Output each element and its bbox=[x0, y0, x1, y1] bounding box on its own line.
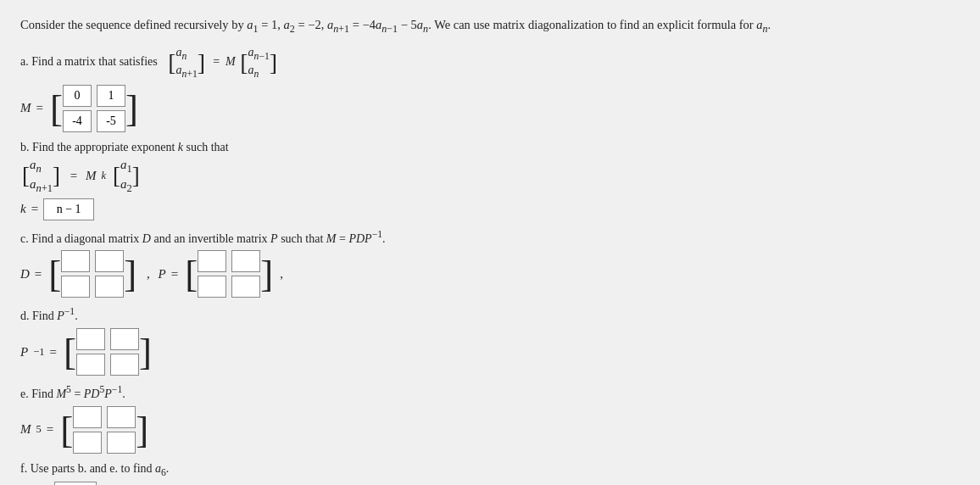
part-f-answer-row: a6 = bbox=[20, 482, 960, 485]
matrix-b-lhs: [ an an+1 ] bbox=[22, 158, 60, 195]
part-b-label: b. Find the appropriate exponent k such … bbox=[20, 141, 960, 154]
m5-cell-01[interactable] bbox=[107, 406, 136, 428]
part-e: e. Find M5 = PD5P−1. M5 = [ ] bbox=[20, 384, 960, 454]
d-cell-00[interactable] bbox=[61, 250, 90, 272]
problem-statement: Consider the sequence defined recursivel… bbox=[20, 15, 960, 37]
part-d-label: d. Find P−1. bbox=[20, 306, 960, 323]
bracket-right2: ] bbox=[270, 53, 277, 73]
p-cell-01[interactable] bbox=[231, 250, 260, 272]
matrix-rhs-a: [ an−1 an ] bbox=[240, 46, 277, 80]
d-cell-10[interactable] bbox=[61, 276, 90, 298]
part-c: c. Find a diagonal matrix D and an inver… bbox=[20, 229, 960, 298]
part-a-label: a. Find a matrix that satisfies [ an an+… bbox=[20, 46, 960, 80]
p-cell-00[interactable] bbox=[198, 250, 226, 272]
b-bracket-r: ] bbox=[53, 166, 60, 186]
p-bracket-left: [ bbox=[185, 258, 198, 290]
pinv-cell-11[interactable] bbox=[110, 354, 139, 376]
pinv-cell-00[interactable] bbox=[76, 328, 105, 350]
m5-bracket-left: [ bbox=[60, 414, 73, 446]
part-c-label: c. Find a diagonal matrix D and an inver… bbox=[20, 229, 960, 246]
part-e-answer-row: M5 = [ ] bbox=[20, 406, 960, 454]
m-bracket-right: ] bbox=[125, 92, 138, 125]
d-bracket-left: [ bbox=[48, 258, 61, 290]
m-cell-00[interactable] bbox=[63, 85, 92, 107]
matrix-d: [ ] bbox=[48, 250, 136, 298]
matrix-m: [ ] bbox=[50, 85, 138, 132]
matrix-lhs-a: [ an an+1 ] bbox=[168, 46, 205, 80]
m-cell-10[interactable] bbox=[63, 110, 92, 132]
d-cell-11[interactable] bbox=[95, 276, 124, 298]
m-cell-11[interactable] bbox=[97, 110, 125, 132]
m5-cell-11[interactable] bbox=[107, 432, 136, 454]
part-d: d. Find P−1. P−1 = [ ] bbox=[20, 306, 960, 376]
d-cell-01[interactable] bbox=[95, 250, 124, 272]
d-bracket-right: ] bbox=[124, 258, 136, 290]
pinv-cell-01[interactable] bbox=[110, 328, 139, 350]
p-bracket-right: ] bbox=[260, 258, 273, 290]
b-bracket-l: [ bbox=[22, 166, 30, 186]
part-c-answer-row: D = [ ] , P = [ ] , bbox=[20, 250, 960, 298]
m5-cell-00[interactable] bbox=[73, 406, 102, 428]
bracket-left: [ bbox=[168, 53, 175, 73]
part-b-k-row: k = bbox=[20, 198, 960, 220]
p-cell-10[interactable] bbox=[198, 276, 226, 298]
part-b: b. Find the appropriate exponent k such … bbox=[20, 141, 960, 220]
pinv-bracket-right: ] bbox=[139, 336, 152, 368]
pinv-cell-10[interactable] bbox=[76, 354, 105, 376]
bracket-left2: [ bbox=[240, 53, 248, 73]
matrix-pinv: [ ] bbox=[64, 328, 152, 376]
part-d-answer-row: P−1 = [ ] bbox=[20, 328, 960, 376]
matrix-b-rhs: [ a1 a2 ] bbox=[113, 158, 140, 195]
m-label: M bbox=[20, 101, 31, 115]
k-input[interactable] bbox=[43, 198, 94, 220]
part-a-answer-row: M = [ ] bbox=[20, 85, 960, 132]
part-e-label: e. Find M5 = PD5P−1. bbox=[20, 384, 960, 401]
b2-bracket-l: [ bbox=[113, 166, 120, 186]
bracket-right: ] bbox=[198, 53, 205, 73]
b2-bracket-r: ] bbox=[132, 166, 140, 186]
m5-cell-10[interactable] bbox=[73, 432, 102, 454]
part-b-eq: [ an an+1 ] = Mk [ a1 a2 ] bbox=[20, 158, 960, 195]
pinv-bracket-left: [ bbox=[64, 336, 76, 368]
m5-bracket-right: ] bbox=[136, 414, 148, 446]
a6-input[interactable] bbox=[54, 482, 97, 485]
part-a: a. Find a matrix that satisfies [ an an+… bbox=[20, 46, 960, 132]
p-cell-11[interactable] bbox=[231, 276, 260, 298]
matrix-m5: [ ] bbox=[60, 406, 148, 454]
m-cell-01[interactable] bbox=[97, 85, 125, 107]
m-bracket-left: [ bbox=[50, 92, 63, 125]
part-f: f. Use parts b. and e. to find a6. a6 = bbox=[20, 462, 960, 485]
matrix-p: [ ] bbox=[185, 250, 273, 298]
part-f-label: f. Use parts b. and e. to find a6. bbox=[20, 462, 960, 478]
